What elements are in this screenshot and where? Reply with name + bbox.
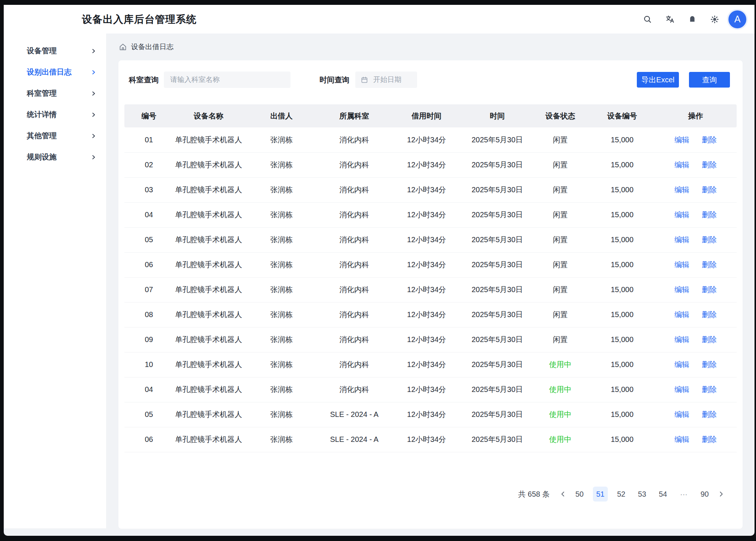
- cell-device-name: 单孔腔镜手术机器人: [174, 277, 244, 302]
- page-button[interactable]: 51: [593, 487, 608, 502]
- delete-link[interactable]: 删除: [702, 235, 717, 244]
- edit-link[interactable]: 编辑: [674, 360, 689, 368]
- chevron-right-icon: [90, 154, 96, 160]
- edit-link[interactable]: 编辑: [674, 161, 689, 169]
- sidebar-item[interactable]: 设备管理: [4, 40, 106, 61]
- delete-link[interactable]: 删除: [702, 161, 717, 169]
- delete-link[interactable]: 删除: [702, 410, 717, 418]
- cell-device-status: 闲置: [531, 302, 590, 327]
- cell-department: 消化内科: [319, 277, 390, 302]
- cell-borrow-duration: 12小时34分: [390, 427, 464, 452]
- cell-actions: 编辑 删除: [655, 302, 737, 327]
- cell-department: 消化内科: [319, 352, 390, 377]
- table-row: 10 单孔腔镜手术机器人 张润栋 消化内科 12小时34分 2025年5月30日…: [124, 352, 737, 377]
- cell-actions: 编辑 删除: [655, 352, 737, 377]
- page-ellipsis: ···: [676, 487, 691, 502]
- edit-link[interactable]: 编辑: [674, 235, 689, 244]
- cell-number: 03: [124, 177, 174, 202]
- user-avatar[interactable]: A: [728, 10, 746, 28]
- delete-link[interactable]: 删除: [702, 435, 717, 443]
- theme-button[interactable]: [706, 11, 723, 28]
- cell-device-name: 单孔腔镜手术机器人: [174, 352, 244, 377]
- sidebar-item-label: 其他管理: [27, 131, 90, 141]
- cell-device-name: 单孔腔镜手术机器人: [174, 202, 244, 227]
- dept-search-input[interactable]: [164, 72, 290, 88]
- app-window: 设备出入库后台管理系统: [4, 5, 755, 536]
- cell-actions: 编辑 删除: [655, 427, 737, 452]
- start-date-placeholder: 开始日期: [373, 75, 401, 85]
- edit-link[interactable]: 编辑: [674, 410, 689, 418]
- cell-device-code: 15,000: [590, 277, 654, 302]
- cell-lender: 张润栋: [244, 402, 319, 427]
- delete-link[interactable]: 删除: [702, 136, 717, 144]
- edit-link[interactable]: 编辑: [674, 385, 689, 393]
- bell-icon: [687, 15, 697, 24]
- sidebar-item[interactable]: 科室管理: [4, 83, 106, 104]
- page-button[interactable]: 52: [614, 487, 629, 502]
- delete-link[interactable]: 删除: [702, 385, 717, 393]
- cell-borrow-duration: 12小时34分: [390, 127, 464, 152]
- sidebar-item[interactable]: 设别出借日志: [4, 61, 106, 83]
- export-excel-button[interactable]: 导出Excel: [637, 72, 679, 88]
- cell-device-code: 15,000: [590, 377, 654, 402]
- edit-link[interactable]: 编辑: [674, 310, 689, 319]
- page-button[interactable]: 53: [635, 487, 649, 502]
- cell-device-status: 闲置: [531, 152, 590, 177]
- edit-link[interactable]: 编辑: [674, 260, 689, 269]
- edit-link[interactable]: 编辑: [674, 211, 689, 219]
- cell-date: 2025年5月30日: [464, 202, 531, 227]
- cell-lender: 张润栋: [244, 427, 319, 452]
- cell-device-status: 使用中: [531, 377, 590, 402]
- edit-link[interactable]: 编辑: [674, 285, 689, 294]
- table-row: 09 单孔腔镜手术机器人 张润栋 消化内科 12小时34分 2025年5月30日…: [124, 327, 737, 352]
- delete-link[interactable]: 删除: [702, 335, 717, 344]
- home-icon[interactable]: [118, 42, 127, 51]
- cell-department: 消化内科: [319, 252, 390, 277]
- page-button[interactable]: 54: [655, 487, 670, 502]
- cell-number: 05: [124, 402, 174, 427]
- delete-link[interactable]: 删除: [702, 285, 717, 294]
- search-button[interactable]: [639, 11, 656, 28]
- start-date-picker[interactable]: 开始日期: [355, 72, 417, 88]
- col-device-status: 设备状态: [531, 104, 590, 127]
- cell-device-code: 15,000: [590, 302, 654, 327]
- cell-number: 06: [124, 252, 174, 277]
- sidebar-item[interactable]: 其他管理: [4, 125, 106, 146]
- edit-link[interactable]: 编辑: [674, 335, 689, 344]
- cell-date: 2025年5月30日: [464, 302, 531, 327]
- cell-lender: 张润栋: [244, 277, 319, 302]
- delete-link[interactable]: 删除: [702, 260, 717, 269]
- col-device-code: 设备编号: [590, 104, 654, 127]
- sidebar-item-label: 设备管理: [27, 46, 90, 56]
- delete-link[interactable]: 删除: [702, 360, 717, 368]
- translate-button[interactable]: [661, 11, 679, 28]
- cell-department: SLE - 2024 - A: [319, 427, 390, 452]
- delete-link[interactable]: 删除: [702, 186, 717, 194]
- notifications-button[interactable]: [684, 11, 701, 28]
- edit-link[interactable]: 编辑: [674, 435, 689, 443]
- col-date: 时间: [464, 104, 531, 127]
- delete-link[interactable]: 删除: [702, 310, 717, 319]
- cell-date: 2025年5月30日: [464, 402, 531, 427]
- search-icon: [643, 15, 652, 24]
- edit-link[interactable]: 编辑: [674, 136, 689, 144]
- cell-borrow-duration: 12小时34分: [390, 252, 464, 277]
- prev-page-button[interactable]: [556, 487, 570, 502]
- cell-lender: 张润栋: [244, 252, 319, 277]
- col-device-name: 设备名称: [174, 104, 244, 127]
- chevron-right-icon: [90, 48, 96, 54]
- cell-department: 消化内科: [319, 177, 390, 202]
- page-button[interactable]: 50: [572, 487, 587, 502]
- cell-device-code: 15,000: [590, 202, 654, 227]
- cell-number: 04: [124, 377, 174, 402]
- cell-borrow-duration: 12小时34分: [390, 352, 464, 377]
- sidebar-item[interactable]: 统计详情: [4, 104, 106, 125]
- edit-link[interactable]: 编辑: [674, 186, 689, 194]
- next-page-button[interactable]: [714, 487, 728, 502]
- query-button[interactable]: 查询: [689, 72, 730, 88]
- sidebar-item[interactable]: 规则设施: [4, 146, 106, 168]
- delete-link[interactable]: 删除: [702, 211, 717, 219]
- page-button[interactable]: 90: [697, 487, 712, 502]
- col-number: 编号: [124, 104, 174, 127]
- cell-date: 2025年5月30日: [464, 427, 531, 452]
